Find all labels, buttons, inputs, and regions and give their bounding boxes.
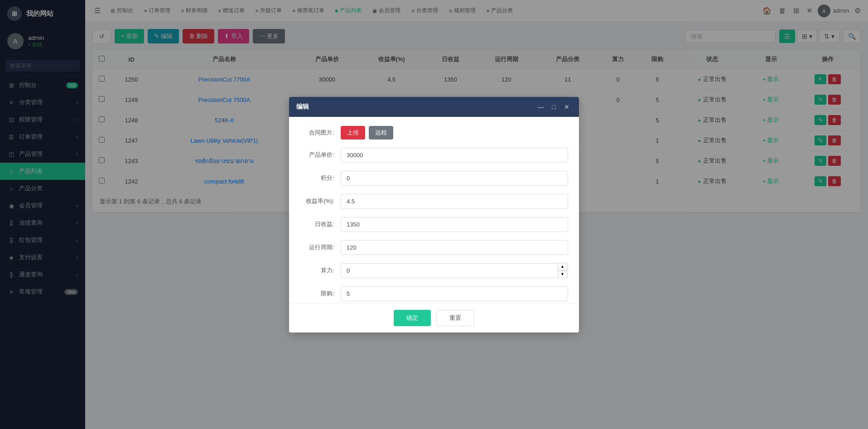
form-row-period: 运行周期: — [300, 240, 568, 255]
upload-buttons: 上传 远程 — [341, 126, 393, 140]
daily-input[interactable] — [341, 217, 568, 232]
form-row-rate: 收益率(%): — [300, 194, 568, 209]
modal-body: 合同图片: 上传 远程 产品单价: 积分: 收益率(%): — [289, 117, 579, 303]
rate-label: 收益率(%): — [300, 197, 341, 205]
points-input[interactable] — [341, 171, 568, 186]
spinner-down-button[interactable]: ▼ — [558, 270, 567, 278]
form-row-daily: 日收益: — [300, 217, 568, 232]
modal-header-buttons: — □ ✕ — [535, 102, 572, 111]
form-row-points: 积分: — [300, 171, 568, 186]
modal-footer: 确定 重置 — [289, 303, 579, 333]
price-input[interactable] — [341, 148, 568, 163]
form-row-image: 合同图片: 上传 远程 — [300, 126, 568, 140]
image-label: 合同图片: — [300, 129, 341, 137]
modal-title: 编辑 — [296, 103, 309, 111]
price-label: 产品单价: — [300, 151, 341, 159]
modal-maximize-button[interactable]: □ — [550, 102, 558, 111]
edit-modal: 编辑 — □ ✕ 合同图片: 上传 远程 产品单价: — [289, 97, 579, 333]
modal-close-button[interactable]: ✕ — [562, 102, 572, 111]
power-label: 算力: — [300, 266, 341, 275]
daily-label: 日收益: — [300, 220, 341, 228]
confirm-button[interactable]: 确定 — [394, 310, 431, 326]
form-row-limit: 限购: — [300, 286, 568, 301]
period-label: 运行周期: — [300, 243, 341, 251]
limit-label: 限购: — [300, 289, 341, 298]
limit-input[interactable] — [341, 286, 568, 301]
period-input[interactable] — [341, 240, 568, 255]
upload-online-button[interactable]: 远程 — [369, 126, 393, 140]
rate-input[interactable] — [341, 194, 568, 209]
form-row-power: 算力: ▲ ▼ — [300, 263, 568, 278]
spinner-up-button[interactable]: ▲ — [558, 263, 567, 270]
power-spinner: ▲ ▼ — [341, 263, 568, 278]
points-label: 积分: — [300, 174, 341, 182]
spinner-buttons: ▲ ▼ — [558, 263, 567, 278]
upload-local-button[interactable]: 上传 — [341, 126, 365, 140]
modal-minimize-button[interactable]: — — [535, 102, 546, 111]
modal-header: 编辑 — □ ✕ — [289, 97, 579, 117]
modal-overlay[interactable]: 编辑 — □ ✕ 合同图片: 上传 远程 产品单价: — [0, 0, 868, 429]
form-row-price: 产品单价: — [300, 148, 568, 163]
reset-button[interactable]: 重置 — [436, 310, 474, 326]
power-input[interactable] — [341, 263, 568, 278]
